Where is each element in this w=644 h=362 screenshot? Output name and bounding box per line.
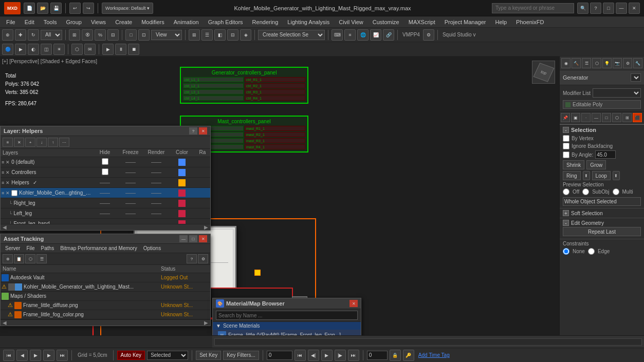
mirror-btn[interactable]: ⊞ (189, 29, 200, 41)
menu-modifiers[interactable]: Modifiers (137, 18, 169, 26)
menu-create[interactable]: Create (111, 18, 136, 26)
hide-check-0[interactable] (102, 158, 108, 165)
menu-maxscript[interactable]: MAXScript (404, 18, 439, 26)
mod-icon-border[interactable]: □ (602, 113, 611, 122)
bt-next-key[interactable]: ▶ (43, 350, 54, 361)
lp-btn-6[interactable]: ⋯ (59, 138, 69, 147)
collapse-sign[interactable]: - (563, 127, 569, 133)
hide-check-ctrl[interactable] (102, 168, 108, 175)
modifier-item[interactable]: Editable Poly (563, 100, 641, 109)
mod-icon-element[interactable]: ⊞ (622, 113, 632, 122)
percent-snap-btn[interactable]: % (95, 29, 106, 41)
soft-sel-header[interactable]: + Soft Selection (563, 210, 641, 216)
undo-btn[interactable]: ↩ (69, 3, 81, 14)
repeat-last-btn[interactable]: Repeat Last (563, 227, 641, 236)
asset-menu-options[interactable]: Options (141, 245, 163, 252)
track-view-btn[interactable]: 📈 (370, 29, 381, 41)
menu-graph-editors[interactable]: Graph Editors (204, 18, 247, 26)
bt-prev-key[interactable]: ◀ (16, 350, 28, 361)
asset-row[interactable]: ⚠ Kohler_Mobile_Generator_with_Lighting_… (1, 282, 210, 292)
angle-snap-btn[interactable]: ⦿ (82, 29, 93, 41)
play-btn[interactable]: ▶ (102, 44, 114, 55)
at-btn-2[interactable]: 📋 (14, 254, 24, 263)
lp-btn-4[interactable]: ↓ (36, 138, 47, 147)
bt-play[interactable]: ▶ (30, 350, 41, 361)
grow-btn[interactable]: Grow (586, 160, 606, 169)
asset-row[interactable]: Maps / Shaders (1, 292, 210, 301)
open-btn[interactable]: 📂 (37, 3, 48, 14)
menu-project[interactable]: Project Manager (440, 18, 490, 26)
frame-input[interactable] (367, 351, 388, 360)
render-frame-btn[interactable]: ◫ (41, 44, 52, 55)
help-btn[interactable]: ? (590, 3, 601, 14)
rp-icon-2[interactable]: 🔨 (572, 58, 581, 68)
lp-btn-1[interactable]: ≡ (3, 138, 13, 147)
mod-icon-poly[interactable]: ⬡ (612, 113, 621, 122)
scroll-right[interactable]: ▶ (202, 224, 210, 230)
select-mode-btn[interactable]: ⊕ (2, 29, 13, 41)
rp-icon-6[interactable]: 📷 (613, 58, 622, 68)
search-icon-btn[interactable]: 🔍 (577, 3, 588, 14)
asset-scroll-right[interactable]: ▶ (202, 320, 210, 326)
lp-btn-2[interactable]: ✕ (14, 138, 24, 147)
preview-multi[interactable] (613, 188, 619, 195)
constraint-none[interactable] (563, 248, 569, 255)
nav-cube[interactable]: top (532, 61, 555, 84)
rp-title-dropdown[interactable] (631, 73, 641, 82)
layer-row[interactable]: ≡ ✕ Helpers ✓ —— —— —— (1, 178, 210, 188)
scene-xplorer-btn[interactable]: 🌐 (357, 29, 369, 41)
quick-align-btn[interactable]: ◧ (214, 29, 226, 41)
pause-btn[interactable]: ⏸ (115, 44, 126, 55)
modifier-dropdown[interactable] (593, 88, 641, 98)
menu-edit[interactable]: Edit (21, 18, 39, 26)
close-btn[interactable]: ✕ (629, 3, 640, 14)
shrink-btn[interactable]: Shrink (563, 160, 584, 169)
bt-nav-1[interactable]: ⏮ (295, 350, 306, 361)
kohler-select[interactable] (11, 190, 17, 196)
rp-icon-3[interactable]: ☰ (582, 58, 591, 68)
vmpp4-icon[interactable]: ⚙ (423, 29, 434, 41)
layer-row[interactable]: ≡ ✕ Kohler_Mobile_Gen...ghting_Mast_ —— … (1, 188, 210, 198)
create-selection-dropdown[interactable]: Create Selection Se (258, 30, 325, 40)
at-btn-3[interactable]: ⬡ (25, 254, 35, 263)
material-close-btn[interactable]: ✕ (349, 300, 358, 307)
layer-close-btn[interactable]: ✕ (199, 127, 207, 135)
minimize-btn[interactable]: — (616, 3, 627, 14)
asset-row[interactable]: Autodesk Vault Logged Out (1, 273, 210, 282)
material-editor-btn[interactable]: ⬡ (71, 44, 83, 55)
by-angle-input[interactable] (595, 150, 616, 159)
menu-lighting[interactable]: Lighting Analysis (283, 18, 334, 26)
rotate-btn[interactable]: ↻ (28, 29, 39, 41)
menu-tools[interactable]: Tools (40, 18, 61, 26)
menu-group[interactable]: Group (62, 18, 86, 26)
place-highlight-btn[interactable]: ◈ (240, 29, 251, 41)
loop-btn[interactable]: Loop (592, 171, 611, 180)
menu-file[interactable]: File (2, 18, 20, 26)
close-maximize[interactable]: □ (603, 3, 614, 14)
rp-icon-1[interactable]: ◉ (561, 58, 571, 68)
layer-row[interactable]: └ Front_leg_band —— —— —— (1, 219, 210, 224)
asset-row[interactable]: ⚠ Frame_little_diffuse.png Unknown St... (1, 301, 210, 310)
rp-icon-8[interactable]: 🔧 (633, 58, 642, 68)
keyboard-btn[interactable]: ⌨ (332, 29, 343, 41)
selected-dropdown[interactable]: Selected (147, 351, 188, 360)
menu-views[interactable]: Views (87, 18, 110, 26)
asset-maximize-btn[interactable]: □ (189, 235, 197, 242)
bt-nav-4[interactable]: |▶ (335, 350, 346, 361)
at-btn-1[interactable]: ⊕ (3, 254, 13, 263)
bt-nav-2[interactable]: ◀| (308, 350, 319, 361)
move-btn[interactable]: ✚ (15, 29, 26, 41)
bt-lock[interactable]: 🔒 (390, 350, 401, 361)
bt-next-frame[interactable]: ⏭ (57, 350, 68, 361)
preview-subobj[interactable] (582, 188, 589, 195)
render-btn[interactable]: ▶ (15, 44, 26, 55)
asset-menu-paths[interactable]: Paths (39, 245, 57, 252)
asset-scroll-left[interactable]: ◀ (1, 320, 9, 326)
filter-dropdown[interactable]: All (41, 30, 62, 40)
timeline-bar[interactable] (214, 338, 642, 346)
ring-btn[interactable]: Ring (563, 171, 581, 180)
scroll-left[interactable]: ◀ (1, 224, 9, 230)
bt-nav-5[interactable]: ⏭ (348, 350, 359, 361)
schematic-view-btn[interactable]: 🔗 (383, 29, 394, 41)
menu-animation[interactable]: Animation (170, 18, 203, 26)
